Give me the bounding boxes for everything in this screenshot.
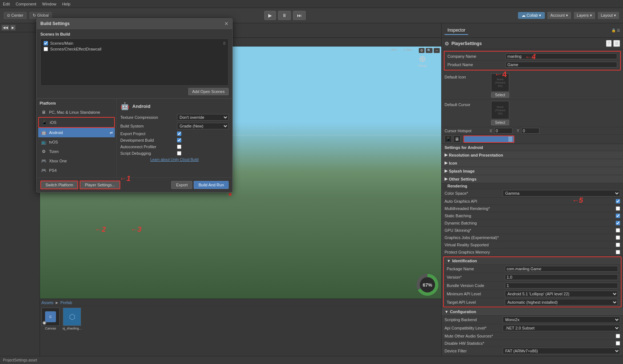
export-btn[interactable]: Export	[171, 181, 192, 189]
pivot-button[interactable]: ⊙ Center	[4, 12, 27, 19]
company-product-section: Company Name Product Name	[444, 51, 621, 70]
play-button[interactable]: ▶	[264, 11, 276, 20]
scene-control-2[interactable]: 🔍	[426, 48, 433, 53]
dev-build-label: Development Build	[120, 138, 175, 142]
scene-main-check[interactable]	[44, 41, 48, 45]
player-settings-btn[interactable]: Player Settings...	[80, 181, 120, 189]
bundle-version-input[interactable]	[505, 283, 618, 288]
gpu-skinning-row: GPU Skinning*	[442, 227, 623, 234]
inspector-menu-btn[interactable]: ☰	[617, 28, 620, 32]
vr-supported-check[interactable]	[616, 243, 620, 247]
export-project-check[interactable]	[177, 132, 181, 136]
target-api-select[interactable]: Automatic (highest installed)	[505, 299, 618, 306]
static-batching-check[interactable]	[616, 214, 620, 218]
platform-xbox[interactable]: 🎮 Xbox One	[38, 156, 115, 166]
version-input[interactable]	[505, 274, 618, 280]
step-button[interactable]: ⏭	[293, 11, 306, 20]
add-open-scenes-btn[interactable]: Add Open Scenes	[188, 88, 229, 95]
protect-graphics-check[interactable]	[616, 250, 620, 254]
footer-left: Switch Platform Player Settings...	[40, 181, 120, 189]
assets-link[interactable]: Assets	[41, 300, 53, 305]
inspector-header: Inspector 🔒 ☰	[442, 23, 623, 38]
platform-pc[interactable]: 🖥 PC, Mac & Linux Standalone	[38, 108, 115, 117]
graphics-jobs-check[interactable]	[616, 235, 620, 240]
expand-button[interactable]: ▶	[10, 25, 16, 31]
cursor-x-input[interactable]	[494, 128, 513, 134]
collapse-button[interactable]: ◀◀	[1, 25, 9, 31]
scene-control-1[interactable]: ⚙	[419, 48, 425, 53]
dialog-close-btn[interactable]: ✕	[224, 21, 229, 27]
platform-ps4[interactable]: 🎮 PS4	[38, 166, 115, 175]
texture-compression-select[interactable]: Don't override	[177, 114, 229, 121]
build-run-btn[interactable]: Build And Run	[194, 181, 229, 189]
menu-component[interactable]: Component	[16, 2, 36, 6]
account-button[interactable]: Account ▾	[547, 12, 571, 19]
script-debug-label: Script Debugging	[120, 151, 175, 155]
min-api-row: Minimum API Level Android 5.1 'Lollipop'…	[444, 290, 621, 298]
resolution-section-header[interactable]: ▶ Resolution and Presentation	[442, 151, 623, 159]
autoconnect-check[interactable]	[177, 145, 181, 149]
menu-edit[interactable]: Edit	[3, 2, 10, 6]
settings-android-header[interactable]: Settings for Android	[442, 144, 623, 151]
other-section-header[interactable]: ▶ Other Settings	[442, 175, 623, 183]
icon-section-header[interactable]: ▶ Icon	[442, 159, 623, 167]
layers-button[interactable]: Layers ▾	[574, 12, 595, 19]
none-texture-label: None(Texture2D)	[495, 78, 506, 88]
cloud-learn-link[interactable]: Learn about Unity Cloud Build	[120, 158, 229, 162]
settings-options-btn[interactable]: ☰	[613, 40, 620, 47]
scene-check-check[interactable]	[44, 47, 48, 51]
identification-header[interactable]: ▼ Identification	[444, 257, 621, 265]
auto-graphics-check[interactable]	[616, 199, 620, 203]
inspector-tab[interactable]: Inspector	[445, 26, 468, 35]
multithreaded-check[interactable]	[616, 206, 620, 211]
canvas-asset[interactable]: C ▶ Canvas	[41, 308, 60, 330]
sj-label: sj_shaoling...	[63, 327, 82, 330]
color-space-select[interactable]: Gamma	[503, 190, 620, 197]
min-api-select[interactable]: Android 5.1 'Lollipop' (API level 22)	[505, 291, 618, 297]
android-header-title: Android	[132, 104, 150, 109]
cursor-y-label: Y	[517, 129, 519, 133]
default-icon-select-btn[interactable]: Select	[491, 92, 509, 98]
dialog-title: Build Settings	[40, 21, 70, 26]
cursor-slider-red[interactable]	[463, 136, 514, 143]
platform-tizen[interactable]: ⚙ Tizen	[38, 147, 115, 156]
layout-button[interactable]: Layout ▾	[598, 12, 619, 19]
menu-help[interactable]: Help	[62, 2, 71, 6]
sj-asset[interactable]: ⬡ sj_shaoling...	[63, 308, 82, 330]
device-filter-select[interactable]: FAT (ARMv7+x86)	[503, 348, 620, 354]
script-debug-check[interactable]	[177, 151, 181, 155]
menu-window[interactable]: Window	[42, 2, 56, 6]
autoconnect-label: Autoconnect Profiler	[120, 145, 175, 149]
api-compat-select[interactable]: .NET 2.0 Subset	[503, 325, 620, 331]
package-name-input[interactable]	[505, 266, 618, 272]
pause-button[interactable]: ⏸	[278, 11, 291, 20]
version-label: Version*	[447, 275, 505, 279]
cursor-y-input[interactable]	[521, 128, 539, 134]
product-name-input[interactable]	[506, 62, 617, 68]
build-system-select[interactable]: Gradle (New)	[177, 123, 229, 129]
scene-control-3[interactable]: ↔	[434, 48, 440, 53]
splash-chevron: ▶	[445, 169, 447, 173]
platform-ios[interactable]: 📱 iOS	[38, 117, 115, 128]
disable-hw-check[interactable]	[616, 341, 620, 345]
scripting-backend-select[interactable]: Mono2x	[503, 316, 620, 323]
configuration-header[interactable]: ▼ Configuration	[442, 308, 623, 316]
platform-android[interactable]: 🤖 Android ⇌	[38, 128, 115, 137]
prefab-link[interactable]: Prefab	[60, 300, 72, 305]
dynamic-batching-check[interactable]	[616, 221, 620, 225]
gpu-skinning-check[interactable]	[616, 228, 620, 232]
default-cursor-select-btn[interactable]: Select	[491, 120, 509, 125]
collab-button[interactable]: ☁ Collab ▾	[518, 12, 545, 19]
dev-build-check[interactable]	[177, 138, 181, 142]
platform-tvos[interactable]: 📺 tvOS	[38, 137, 115, 147]
settings-help-btn[interactable]: ?	[606, 40, 612, 47]
company-name-input[interactable]	[506, 53, 617, 59]
splash-section-header[interactable]: ▶ Splash Image	[442, 167, 623, 175]
scenes-area[interactable]: Scenes/Main 0 Scenes/CheckEffectDrawcall	[40, 39, 229, 86]
cursor-vis-phone: 📱	[445, 136, 452, 143]
switch-platform-btn[interactable]: Switch Platform	[40, 181, 78, 189]
inspector-content: ⚙ PlayerSettings ? ☰ Company Name Produc…	[442, 38, 623, 364]
canvas-icon: C ▶	[41, 308, 60, 326]
inspector-lock-btn[interactable]: 🔒	[611, 28, 616, 32]
mute-audio-check[interactable]	[616, 334, 620, 338]
